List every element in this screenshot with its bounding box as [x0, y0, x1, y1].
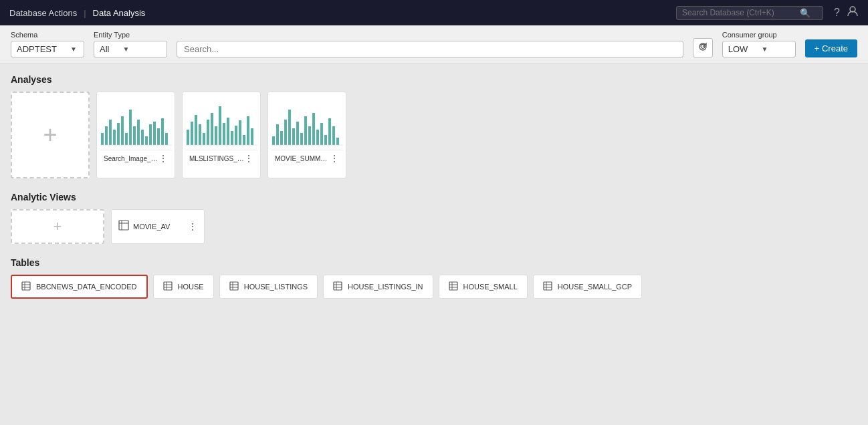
svg-rect-52: [332, 126, 335, 145]
consumer-select[interactable]: LOW ▼: [722, 41, 796, 57]
entity-select[interactable]: All ▼: [94, 41, 167, 57]
schema-value: ADPTEST: [17, 44, 57, 54]
search-control[interactable]: [177, 41, 683, 57]
svg-rect-41: [288, 110, 291, 145]
svg-rect-62: [164, 282, 172, 290]
analysis-card-mlslistings[interactable]: MLSLISTINGS_ANA.: ⋮: [182, 92, 261, 178]
svg-rect-33: [243, 135, 245, 145]
table-item-bbcnews[interactable]: BBCNEWS_DATA_ENCODED: [11, 275, 148, 299]
svg-rect-26: [215, 126, 217, 145]
card-label-search-image: Search_Image_Hug.:: [104, 155, 158, 162]
svg-rect-23: [203, 133, 205, 145]
topbar: Database Actions | Data Analysis 🔍 ?: [0, 0, 868, 25]
table-icon-bbcnews: [21, 281, 31, 293]
schema-control: Schema ADPTEST ▼: [11, 31, 84, 57]
help-icon[interactable]: ?: [834, 7, 840, 19]
svg-rect-2: [105, 126, 108, 145]
svg-rect-55: [119, 221, 128, 230]
page-title-topbar: Data Analysis: [93, 8, 146, 18]
table-item-house-small[interactable]: HOUSE_SMALL: [439, 275, 528, 299]
svg-rect-5: [117, 123, 120, 145]
entity-arrow-icon: ▼: [122, 45, 129, 53]
schema-select[interactable]: ADPTEST ▼: [11, 41, 84, 57]
table-name-house-listings-in: HOUSE_LISTINGS_IN: [348, 283, 423, 291]
search-input[interactable]: [184, 44, 676, 54]
svg-rect-29: [227, 118, 229, 145]
svg-rect-44: [300, 133, 303, 145]
svg-rect-9: [133, 126, 136, 145]
app-title: Database Actions: [9, 8, 77, 18]
search-control-group: [177, 41, 683, 57]
svg-rect-21: [195, 115, 197, 145]
tables-title: Tables: [11, 257, 857, 268]
svg-rect-74: [449, 282, 457, 290]
create-button[interactable]: + Create: [805, 39, 857, 57]
svg-rect-15: [157, 128, 160, 145]
svg-rect-47: [312, 113, 315, 145]
table-item-house-listings[interactable]: HOUSE_LISTINGS: [219, 275, 318, 299]
svg-rect-31: [235, 126, 237, 145]
table-item-house[interactable]: HOUSE: [153, 275, 214, 299]
svg-rect-32: [239, 120, 241, 145]
svg-rect-66: [230, 282, 238, 290]
table-icon-house-listings-in: [333, 281, 342, 293]
entity-value: All: [100, 44, 109, 54]
tables-section: Tables BBCNEWS_DATA_ENCODED: [11, 257, 857, 299]
av-card-menu[interactable]: ⋮: [188, 221, 197, 232]
global-search[interactable]: 🔍: [676, 6, 823, 20]
card-menu-search-image[interactable]: ⋮: [158, 153, 168, 164]
card-label-movie-summary: MOVIE_SUMMARY.:: [275, 155, 330, 162]
table-icon-house-small-gcp: [543, 281, 552, 293]
new-analysis-card[interactable]: +: [11, 92, 90, 178]
schema-arrow-icon: ▼: [70, 45, 77, 53]
analytic-views-grid: + MOVIE_AV ⋮: [11, 209, 857, 244]
svg-rect-38: [276, 124, 279, 145]
consumer-value: LOW: [728, 44, 748, 54]
svg-rect-50: [324, 135, 327, 145]
table-icon-house: [163, 281, 173, 293]
table-item-house-small-gcp[interactable]: HOUSE_SMALL_GCP: [533, 275, 642, 299]
separator: |: [84, 8, 86, 18]
svg-rect-20: [191, 122, 193, 145]
svg-rect-37: [272, 136, 275, 145]
svg-rect-12: [145, 136, 148, 145]
table-item-house-listings-in[interactable]: HOUSE_LISTINGS_IN: [323, 275, 433, 299]
svg-rect-13: [149, 124, 152, 145]
svg-rect-4: [113, 130, 116, 145]
analyses-grid: +: [11, 92, 857, 178]
user-icon[interactable]: [847, 5, 859, 20]
svg-rect-40: [284, 120, 287, 145]
card-menu-movie-summary[interactable]: ⋮: [330, 153, 339, 164]
consumer-group-control: Consumer group LOW ▼: [722, 31, 796, 57]
card-menu-mlslistings[interactable]: ⋮: [244, 153, 253, 164]
svg-rect-45: [304, 116, 307, 145]
svg-rect-46: [308, 126, 311, 145]
table-icon-house-listings: [229, 281, 239, 293]
svg-rect-42: [292, 128, 295, 145]
analysis-card-search-image[interactable]: Search_Image_Hug.: ⋮: [96, 92, 175, 178]
entity-type-control: Entity Type All ▼: [94, 31, 167, 57]
refresh-button[interactable]: [693, 38, 713, 57]
global-search-input[interactable]: [682, 8, 796, 17]
table-name-bbcnews: BBCNEWS_DATA_ENCODED: [36, 283, 137, 291]
card-label-mlslistings: MLSLISTINGS_ANA.:: [189, 155, 244, 162]
chart-movie-summary: [271, 96, 343, 150]
svg-rect-14: [153, 122, 156, 145]
table-icon-house-small: [449, 281, 458, 293]
consumer-arrow-icon: ▼: [761, 45, 768, 53]
svg-rect-58: [22, 282, 30, 290]
analytic-view-icon: [118, 220, 129, 233]
svg-rect-53: [336, 138, 339, 145]
analytic-view-name: MOVIE_AV: [133, 223, 188, 231]
svg-rect-17: [165, 133, 168, 145]
chart-search-image: [100, 96, 172, 150]
add-icon: +: [43, 123, 57, 147]
search-icon: 🔍: [800, 8, 810, 18]
new-analytic-view-card[interactable]: +: [11, 209, 104, 244]
analysis-card-movie-summary[interactable]: MOVIE_SUMMARY.: ⋮: [267, 92, 346, 178]
table-name-house-small-gcp: HOUSE_SMALL_GCP: [558, 283, 632, 291]
svg-rect-51: [328, 118, 331, 145]
analytic-view-movie-av[interactable]: MOVIE_AV ⋮: [111, 209, 205, 244]
svg-rect-11: [141, 130, 144, 145]
svg-rect-10: [137, 120, 140, 145]
